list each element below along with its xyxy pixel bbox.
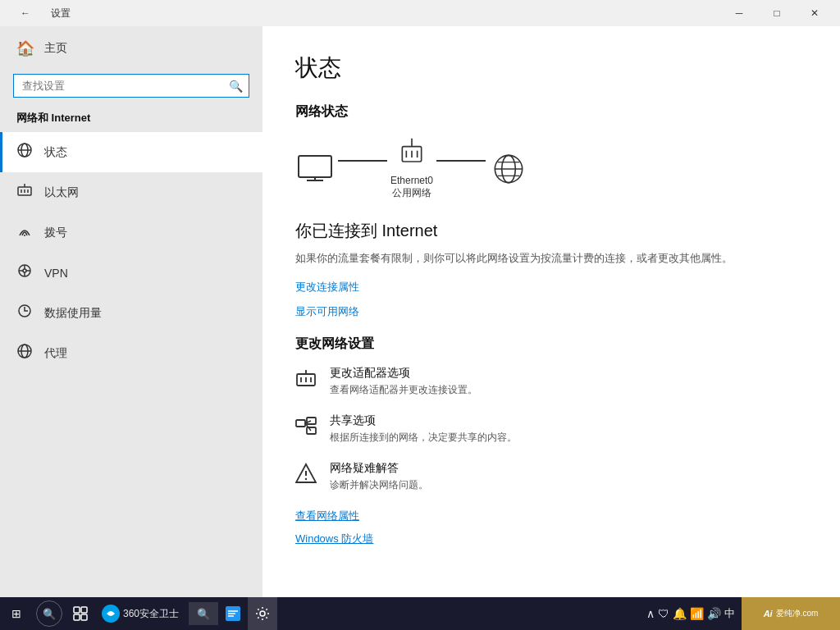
sidebar-item-ethernet[interactable]: 以太网 [0,172,262,212]
ethernet-device-label: Ethernet0 公用网络 [390,175,433,200]
corner-brand[interactable]: Ai 爱纯净.com [742,597,840,630]
360-label: 360安全卫士 [123,607,179,621]
brand-name-text: 爱纯净.com [776,608,819,619]
sidebar-item-proxy[interactable]: 代理 [0,333,262,373]
svg-rect-45 [74,607,80,613]
svg-rect-19 [299,156,331,177]
connected-title: 你已连接到 Internet [295,220,807,242]
titlebar-left: ← 设置 [7,0,71,26]
sidebar-section-title: 网络和 Internet [0,107,262,132]
main-container: 🏠 主页 🔍 网络和 Internet 状态 [0,26,840,597]
router-icon [397,137,427,170]
troubleshoot-setting[interactable]: 网络疑难解答 诊断并解决网络问题。 [295,461,807,492]
dialup-label: 拨号 [44,226,67,240]
line1 [338,160,387,162]
home-label: 主页 [44,41,67,56]
status-icon [16,142,33,162]
taskbar-right: ∧ 🛡 🔔 📶 🔊 中 Ai 爱纯净.com [640,597,840,630]
troubleshoot-setting-desc: 诊断并解决网络问题。 [330,478,428,492]
change-settings-title: 更改网络设置 [295,336,807,353]
line2 [436,160,486,162]
search-input[interactable] [13,74,249,98]
sidebar-search: 🔍 [13,74,249,98]
adapter-setting-icon [295,368,317,394]
computer-device [295,153,335,185]
tray-ime-icon[interactable]: 中 [724,606,735,621]
router-device: Ethernet0 公用网络 [390,137,433,200]
taskbar: ⊞ 🔍 360安全卫士 🔍 ∧ [0,597,840,630]
tray-expand-icon[interactable]: ∧ [646,607,655,620]
sidebar: 🏠 主页 🔍 网络和 Internet 状态 [0,26,262,597]
sharing-setting[interactable]: 共享选项 根据所连接到的网络，决定要共享的内容。 [295,413,807,445]
network-diagram: Ethernet0 公用网络 [295,137,807,200]
brand-ai-text: Ai [764,609,773,619]
adapter-setting-title: 更改适配器选项 [330,366,477,381]
titlebar: ← 设置 ─ □ ✕ [0,0,840,26]
link-firewall[interactable]: Windows 防火墙 [295,532,807,546]
svg-rect-37 [296,420,305,427]
tray-shield-icon[interactable]: 🛡 [658,607,669,620]
status-label: 状态 [44,145,67,160]
sharing-setting-desc: 根据所连接到的网络，决定要共享的内容。 [330,431,517,445]
taskbar-settings-icon[interactable] [248,597,277,630]
computer-icon [295,153,335,185]
adapter-setting-desc: 查看网络适配器并更改连接设置。 [330,383,477,397]
vpn-label: VPN [44,267,68,280]
titlebar-controls: ─ □ ✕ [720,0,833,26]
search-icon: 🔍 [229,80,243,93]
internet-device [489,153,528,185]
360-icon [102,605,120,623]
taskbar-search-box[interactable]: 🔍 [189,602,218,625]
data-usage-icon [16,303,33,323]
link-show-networks[interactable]: 显示可用网络 [295,304,807,319]
search-box-icon: 🔍 [197,608,210,620]
close-button[interactable]: ✕ [796,0,833,26]
svg-point-51 [260,611,265,616]
troubleshoot-setting-text: 网络疑难解答 诊断并解决网络问题。 [330,461,428,492]
sidebar-home[interactable]: 🏠 主页 [0,26,262,71]
sidebar-item-data-usage[interactable]: 数据使用量 [0,293,262,333]
svg-point-8 [24,235,25,236]
titlebar-title: 设置 [51,7,71,21]
link-change-connection[interactable]: 更改连接属性 [295,280,807,294]
proxy-label: 代理 [44,346,67,361]
svg-point-10 [23,269,26,272]
proxy-icon [16,343,33,363]
svg-rect-39 [307,427,316,434]
tray-notify-icon[interactable]: 🔔 [673,607,687,620]
search-circle-button[interactable]: 🔍 [36,600,62,627]
home-icon: 🏠 [16,39,34,57]
svg-rect-47 [74,614,80,620]
sidebar-item-vpn[interactable]: VPN [0,253,262,293]
sidebar-item-dialup[interactable]: 拨号 [0,212,262,253]
svg-rect-46 [81,607,87,613]
svg-rect-38 [307,418,316,424]
tray-network-icon[interactable]: 📶 [690,607,704,620]
sharing-setting-icon [295,415,317,441]
troubleshoot-setting-title: 网络疑难解答 [330,461,428,476]
taskbar-360-icon-group[interactable]: 360安全卫士 [95,597,185,630]
sharing-setting-title: 共享选项 [330,413,517,428]
svg-rect-48 [81,614,87,620]
content-area: 状态 网络状态 [262,26,840,597]
adapter-setting[interactable]: 更改适配器选项 查看网络适配器并更改连接设置。 [295,366,807,397]
restore-button[interactable]: □ [758,0,796,26]
connected-desc: 如果你的流量套餐有限制，则你可以将此网络设置为按流量计费的连接，或者更改其他属性… [295,250,807,267]
taskbar-browser-icon[interactable] [218,597,248,630]
start-button[interactable]: ⊞ [0,597,33,630]
system-tray: ∧ 🛡 🔔 📶 🔊 中 [640,606,742,621]
dialup-icon [16,222,33,243]
tray-volume-icon[interactable]: 🔊 [707,607,721,620]
ethernet-label: 以太网 [44,185,79,200]
data-usage-label: 数据使用量 [44,306,102,321]
troubleshoot-setting-icon [295,463,317,489]
sidebar-item-status[interactable]: 状态 [0,132,262,172]
adapter-setting-text: 更改适配器选项 查看网络适配器并更改连接设置。 [330,366,477,397]
task-view-button[interactable] [67,600,94,627]
minimize-button[interactable]: ─ [720,0,758,26]
globe-icon [489,153,528,185]
network-status-title: 网络状态 [295,103,807,121]
sharing-setting-text: 共享选项 根据所连接到的网络，决定要共享的内容。 [330,413,517,445]
back-button[interactable]: ← [7,0,44,26]
link-network-properties[interactable]: 查看网络属性 [295,509,807,523]
